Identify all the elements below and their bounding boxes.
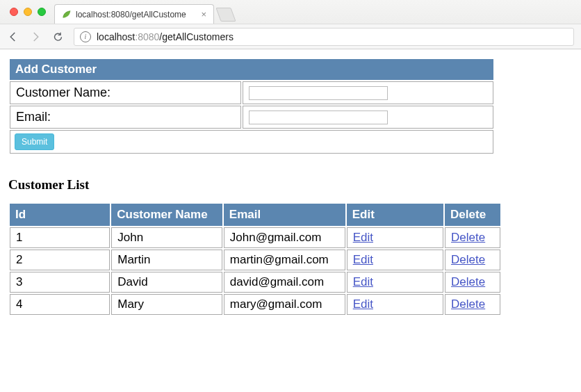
cell-id: 4 [10,294,110,315]
cell-delete: Delete [445,227,500,248]
cell-edit: Edit [347,227,443,248]
cell-delete: Delete [445,250,500,270]
email-cell [243,106,493,129]
page-content: Add Customer Customer Name: Email: Submi… [0,49,581,325]
cell-email: mary@gmail.com [224,294,345,315]
table-row: 3Daviddavid@gmail.comEditDelete [10,272,500,293]
customer-name-cell [243,81,493,104]
cell-delete: Delete [445,294,500,315]
cell-name: Mary [111,294,222,315]
cell-name: Martin [111,250,222,270]
tab-close-icon[interactable]: × [201,10,206,19]
edit-link[interactable]: Edit [353,275,373,288]
browser-tab[interactable]: localhost:8080/getAllCustome × [54,4,214,24]
back-button[interactable] [7,31,19,43]
delete-link[interactable]: Delete [451,275,485,288]
window-minimize-button[interactable] [24,8,32,16]
address-bar: i localhost:8080/getAllCustomers [0,24,581,49]
window-maximize-button[interactable] [38,8,46,16]
email-input[interactable] [249,111,388,124]
col-header-name: Customer Name [111,204,222,226]
cell-email: John@gmail.com [224,227,345,248]
cell-edit: Edit [347,272,443,293]
edit-link[interactable]: Edit [353,297,373,311]
submit-button[interactable]: Submit [15,133,54,150]
table-header-row: Id Customer Name Email Edit Delete [10,204,500,226]
add-customer-form: Add Customer Customer Name: Email: Submi… [8,58,495,155]
col-header-id: Id [10,204,110,226]
url-input[interactable]: i localhost:8080/getAllCustomers [74,28,574,46]
reload-button[interactable] [51,31,64,43]
url-text: localhost:8080/getAllCustomers [97,31,234,42]
table-row: 2Martinmartin@gmail.comEditDelete [10,250,500,270]
cell-id: 2 [10,250,110,270]
cell-name: John [111,227,222,248]
customer-name-input[interactable] [249,86,388,100]
edit-link[interactable]: Edit [353,253,373,266]
cell-id: 1 [10,227,110,248]
delete-link[interactable]: Delete [451,297,485,311]
cell-edit: Edit [347,294,443,315]
cell-edit: Edit [347,250,443,270]
forward-button[interactable] [29,31,42,43]
customer-name-label: Customer Name: [10,81,241,104]
browser-chrome: localhost:8080/getAllCustome × i localho… [0,0,581,49]
favicon-leaf-icon [62,10,72,19]
tab-title: localhost:8080/getAllCustome [76,10,197,19]
tab-bar: localhost:8080/getAllCustome × [0,0,581,24]
col-header-email: Email [224,204,345,226]
table-row: 1JohnJohn@gmail.comEditDelete [10,227,500,248]
site-info-icon[interactable]: i [80,31,91,42]
customer-table: Id Customer Name Email Edit Delete 1John… [8,202,502,316]
delete-link[interactable]: Delete [451,231,485,244]
delete-link[interactable]: Delete [451,253,485,266]
customer-list-heading: Customer List [8,177,573,193]
col-header-edit: Edit [347,204,443,226]
window-close-button[interactable] [10,8,18,16]
cell-id: 3 [10,272,110,293]
cell-name: David [111,272,222,293]
form-header: Add Customer [10,59,493,80]
edit-link[interactable]: Edit [353,231,373,244]
cell-delete: Delete [445,272,500,293]
new-tab-button[interactable] [215,8,236,22]
table-row: 4Marymary@gmail.comEditDelete [10,294,500,315]
cell-email: martin@gmail.com [224,250,345,270]
email-label: Email: [10,106,241,129]
traffic-lights [6,8,50,16]
col-header-delete: Delete [445,204,500,226]
submit-row: Submit [10,130,493,154]
cell-email: david@gmail.com [224,272,345,293]
